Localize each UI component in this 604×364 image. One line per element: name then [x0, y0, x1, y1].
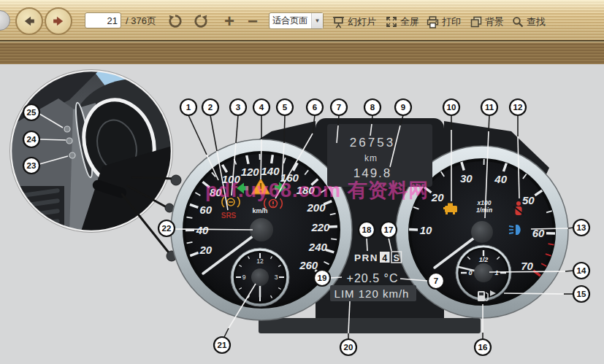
gauge-numeral: 240	[308, 241, 328, 253]
gauge-numeral: 20	[199, 244, 213, 256]
gauge-numeral: 20	[431, 191, 444, 204]
fit-mode-value: 适合页面	[269, 15, 311, 27]
callout-number: 21	[218, 341, 227, 349]
tachometer-hub	[471, 221, 493, 243]
callout-number: 13	[577, 223, 586, 232]
gauge-numeral: 200	[306, 201, 326, 214]
fuel-hub	[474, 263, 493, 282]
callout-leader-line	[531, 228, 568, 229]
page-total-label: / 376页	[126, 15, 156, 28]
gauge-numeral: 120	[241, 166, 260, 178]
gauge-numeral: 80	[210, 186, 222, 198]
callout-number: 11	[485, 103, 494, 112]
gauge-numeral: 140	[261, 165, 280, 177]
back-arrow-icon	[21, 13, 37, 29]
zoom-out-button[interactable]: −	[243, 12, 262, 31]
gear-mode: S	[394, 253, 400, 263]
print-label: 打印	[442, 15, 461, 28]
page-number-input[interactable]	[85, 12, 121, 28]
toolbar-edge-knob[interactable]	[0, 10, 10, 31]
gauge-numeral: 10	[420, 224, 432, 236]
callout-number: 4	[259, 103, 264, 112]
previous-page-button[interactable]	[15, 7, 43, 35]
dash-button-top	[64, 126, 70, 132]
zoom-in-button[interactable]: +	[220, 12, 239, 31]
fit-mode-select[interactable]: 适合页面 ▼	[269, 12, 324, 29]
trip-odometer-value: 149.8	[353, 166, 392, 180]
search-label: 查找	[527, 15, 546, 28]
srs-warning-text: SRS	[221, 212, 237, 220]
pdf-viewer-toolbar: / 376页 + − 适合页面 ▼ 幻灯片 全屏	[0, 0, 604, 42]
fuel-numeral: 1	[494, 269, 498, 276]
gauge-numeral: 220	[310, 221, 330, 233]
callout-leader-line	[261, 139, 261, 179]
callout-leader-line	[565, 271, 573, 271]
fullscreen-button[interactable]: 全屏	[386, 15, 419, 28]
clock-hub	[251, 268, 269, 286]
speed-limiter-display: LIM 120 km/h	[335, 287, 410, 300]
rotate-left-button[interactable]	[166, 12, 185, 31]
gauge-numeral: 260	[299, 259, 318, 271]
cluster-bottom-bar	[259, 318, 481, 333]
minus-icon: −	[248, 12, 258, 30]
callout-number: 20	[344, 343, 353, 352]
page-number-box	[85, 12, 121, 28]
slideshow-button[interactable]: 幻灯片	[332, 15, 376, 28]
callout-number: 19	[318, 274, 327, 282]
callout-number: 2	[208, 103, 213, 112]
clock-numeral: 12	[256, 257, 264, 265]
gauge-numeral: 60	[199, 204, 212, 216]
callout-number: 17	[384, 225, 394, 234]
print-button[interactable]: 打印	[427, 15, 461, 28]
callout-leader-line	[504, 293, 564, 294]
background-layers-icon	[470, 16, 482, 28]
clock-numeral: 9	[242, 274, 246, 281]
callout-leader-line	[489, 115, 489, 131]
callout-number: 1	[186, 103, 191, 112]
callout-number: 24	[27, 135, 37, 144]
callout-leader-line	[330, 277, 342, 278]
gauge-numeral: 40	[494, 173, 507, 185]
rotate-left-icon	[167, 13, 183, 29]
gear-indicator: PRN 4 S	[354, 252, 402, 263]
background-label: 背景	[485, 15, 504, 28]
gauge-numeral: 30	[460, 172, 473, 185]
gauge-numeral: 100	[222, 173, 241, 185]
callout-leader-line	[39, 139, 66, 140]
outside-temperature: +20.5 °C	[347, 272, 399, 284]
callout-leader-line	[284, 115, 285, 143]
callout-number: 16	[478, 343, 488, 352]
search-button[interactable]: 查找	[512, 15, 546, 28]
dash-button-middle	[66, 138, 72, 144]
cluster-knob-top	[171, 175, 181, 185]
callout-leader-line	[489, 271, 565, 272]
gear-letters: PRN	[354, 252, 378, 263]
gauge-numeral: 50	[522, 194, 535, 206]
gauge-numeral: 180	[297, 184, 316, 196]
callout-number: 25	[27, 108, 37, 117]
tach-multiplier-line1: x100	[477, 199, 492, 206]
speedometer-hub	[250, 218, 273, 241]
odometer-value: 26753	[350, 136, 395, 150]
next-page-button[interactable]	[45, 7, 72, 35]
chevron-down-icon[interactable]: ▼	[311, 13, 323, 28]
callout-leader-line	[367, 238, 367, 251]
gear-selected: 4	[382, 253, 387, 263]
callout-leader-line	[372, 115, 372, 124]
callout-number: 12	[513, 103, 523, 112]
slideshow-label: 幻灯片	[348, 15, 376, 28]
forward-arrow-icon	[50, 13, 66, 29]
search-icon	[512, 16, 524, 28]
background-button[interactable]: 背景	[470, 15, 504, 28]
callout-number: 18	[362, 225, 372, 234]
callout-number: 7	[434, 276, 438, 285]
callout-number: 23	[27, 161, 37, 170]
callout-number: 10	[447, 103, 456, 112]
callout-leader-line	[175, 229, 253, 230]
fullscreen-icon	[386, 16, 397, 28]
callout-number: 3	[236, 103, 240, 112]
rotate-right-button[interactable]	[191, 12, 210, 31]
clock-numeral: 3	[275, 274, 278, 281]
gauge-numeral: 70	[521, 260, 533, 272]
gauge-numeral: 40	[196, 224, 209, 236]
